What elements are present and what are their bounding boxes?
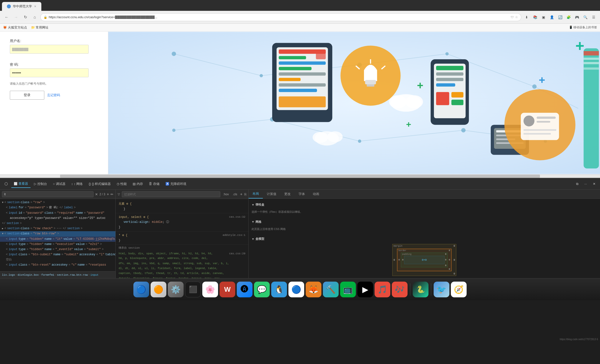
grid-header[interactable]: ▼ 网格 (252, 219, 597, 225)
css-filter-input[interactable] (122, 191, 220, 197)
inspector-picker-btn[interactable]: ⬡ (2, 180, 10, 188)
tab-layout[interactable]: 布局 (249, 190, 263, 198)
dock-photos[interactable]: 🌸 (202, 282, 218, 297)
breadcrumb-current[interactable]: input (90, 273, 98, 276)
dock-system-prefs[interactable]: ⚙️ (168, 282, 184, 297)
sidebar-icon[interactable]: ▣ (540, 14, 547, 21)
dock-pycharm[interactable]: 🐍 (413, 282, 428, 297)
dock-divider (431, 283, 431, 296)
breadcrumb-item[interactable]: liv.logo (2, 273, 15, 276)
svg-rect-67 (584, 51, 599, 56)
dock-netease[interactable]: 🎵 (375, 282, 390, 297)
active-tab[interactable]: 华中师范大学 ✕ (2, 2, 41, 11)
tab-performance-btn[interactable]: ◷ 性能 (114, 180, 129, 188)
dock-firefox[interactable]: 🦊 (306, 282, 321, 297)
tab-fonts[interactable]: 字体 (295, 190, 309, 198)
network-icon: ↕ (71, 182, 73, 186)
html-content: ▼ <section class="row"> <label for="pass… (0, 199, 115, 271)
dock-xcode[interactable]: 🔨 (323, 282, 339, 297)
html-add-node-btn[interactable]: + (107, 192, 109, 197)
games-icon[interactable]: 🎮 (573, 14, 580, 21)
dock-iqiyi[interactable]: 📺 (340, 282, 356, 297)
tab-close-btn[interactable]: ✕ (34, 5, 36, 8)
library-icon[interactable]: 📚 (532, 14, 538, 21)
password-input[interactable] (10, 68, 89, 77)
bookmark-star-icon[interactable]: ☆ (515, 15, 518, 19)
css-add-rule-btn[interactable]: + (240, 192, 242, 197)
username-input[interactable] (10, 45, 89, 54)
tab-debugger-btn[interactable]: ○ 调试器 (50, 180, 68, 188)
forward-button[interactable]: → (12, 14, 20, 21)
box-model-title: 盒模型 (255, 237, 264, 241)
triangle-icon[interactable]: ▼ (2, 201, 3, 205)
bookmark-mobile[interactable]: 📱 移动设备上的书签 (569, 25, 597, 30)
menu-icon[interactable]: ☰ (590, 14, 597, 21)
style-icon: {} (89, 182, 91, 186)
back-button[interactable]: ← (3, 14, 10, 21)
tab-memory-btn[interactable]: ▤ 内存 (130, 180, 145, 188)
bookmark-firefox[interactable]: 🦊 火狐官方站点 (3, 25, 27, 30)
css-long-selector: dfn, em, img, ins, kbd, q, samp, small, … (119, 262, 229, 265)
html-line-highlighted: <input type="hidden" name="lt" value="LT… (0, 237, 115, 242)
svg-point-36 (389, 95, 407, 108)
tab-network-btn[interactable]: ↕ ↕ 网络 (69, 180, 85, 188)
close-devtools-btn[interactable]: ✕ (590, 181, 598, 187)
css-value[interactable]: middle (152, 220, 162, 224)
dock-wechat[interactable]: 💬 (254, 282, 270, 297)
svg-point-40 (327, 131, 343, 142)
extensions-icon[interactable]: 🧩 (565, 14, 572, 21)
svg-point-18 (461, 128, 466, 133)
tab-style-editor-btn[interactable]: {} {} 样式编辑器 (86, 180, 113, 188)
forgot-password-button[interactable]: 忘记密码 (47, 91, 60, 100)
tab-animations[interactable]: 动画 (309, 190, 323, 198)
svg-rect-66 (584, 48, 599, 168)
search-icon[interactable]: 🔍 (582, 14, 589, 21)
tab-changes[interactable]: 更改 (280, 190, 295, 198)
css-copy-btn[interactable]: ⎘ (244, 192, 246, 196)
dock-btn[interactable]: ⧉ (574, 181, 581, 187)
svg-rect-70 (584, 67, 599, 70)
tab-inspector-btn[interactable]: ⬜ 查看器 (11, 180, 31, 188)
html-search-clear-btn[interactable]: ✕ (95, 192, 98, 196)
html-line-selected[interactable]: ▼ <section class="row btn-row"> (0, 231, 115, 236)
flexbox-header[interactable]: ▼ 弹性盒 (252, 202, 597, 208)
triangle-icon[interactable]: ▼ (2, 232, 3, 236)
page-scrollbar[interactable] (0, 174, 600, 178)
breadcrumb-item[interactable]: section.row.btn-row (57, 273, 88, 276)
login-button[interactable]: 登录 (10, 91, 44, 100)
tab-computed[interactable]: 计算值 (263, 190, 280, 198)
svg-rect-42 (434, 64, 466, 118)
dock-safari[interactable]: 🧭 (451, 282, 467, 297)
dock-pockity[interactable]: 🐦 (434, 282, 449, 297)
account-icon[interactable]: 👤 (548, 14, 555, 21)
dock-wps[interactable]: W (220, 282, 235, 297)
triangle-icon[interactable]: ▶ (2, 227, 3, 231)
html-pick-btn[interactable]: ✏ (111, 192, 113, 196)
tab-accessibility-btn[interactable]: ♿ 无障碍环境 (163, 180, 189, 188)
download-icon[interactable]: ⬇ (523, 14, 530, 21)
pseudo-cls-btn[interactable]: .cls (232, 192, 238, 197)
html-search-input[interactable] (2, 191, 94, 197)
css-property[interactable]: vertical-align (124, 220, 148, 224)
breadcrumb-item[interactable]: form#fm1 (41, 273, 54, 276)
dock-appstore[interactable]: 🅐 (237, 282, 253, 297)
tab-storage-btn[interactable]: 🗄 存储 (146, 180, 162, 188)
dock-finder[interactable]: 🔵 (133, 282, 149, 297)
filter-icon: ▽ (118, 193, 120, 196)
dock-douyin[interactable]: ▶ (357, 282, 373, 297)
refresh-button[interactable]: ↻ (22, 14, 29, 21)
dock-terminal[interactable]: ⬛ (185, 282, 201, 297)
tab-console-btn[interactable]: ▷ 控制台 (32, 180, 49, 188)
address-bar[interactable]: 🔒 https://account.ccnu.edu.cn/cas/login?… (40, 13, 521, 21)
home-button[interactable]: ⌂ (31, 14, 38, 21)
dock-netease-cloud[interactable]: 🎶 (392, 282, 408, 297)
breadcrumb-item[interactable]: div#login.box (17, 273, 39, 276)
box-model-header[interactable]: ▼ 盒模型 (252, 236, 597, 242)
bookmark-common[interactable]: 📁 常用网址 (31, 25, 49, 30)
dock-chrome[interactable]: 🔵 (288, 282, 304, 297)
more-tools-btn[interactable]: ··· (582, 181, 589, 187)
sync-icon[interactable]: 🔄 (557, 14, 564, 21)
dock-launchpad[interactable]: 🟠 (151, 282, 166, 297)
pseudo-hov-btn[interactable]: :hov (222, 192, 230, 197)
dock-qq[interactable]: 🐧 (271, 282, 287, 297)
